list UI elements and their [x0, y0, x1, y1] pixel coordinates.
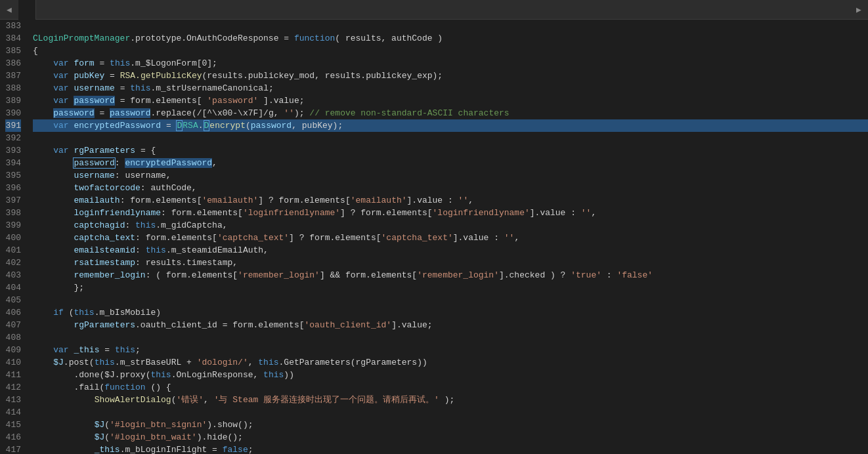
code-line — [33, 20, 868, 32]
code-line: ShowAlertDialog('错误', '与 Steam 服务器连接时出现了… — [33, 394, 868, 406]
code-line: $J('#login_btn_signin').show(); — [33, 419, 868, 431]
line-number: 388 — [5, 82, 21, 94]
line-number: 394 — [5, 157, 21, 169]
code-line: password = password.replace(/[^\x00-\x7F… — [33, 107, 868, 119]
line-numbers: 3833843853863873883893903913923933943953… — [0, 20, 28, 454]
line-number: 410 — [5, 356, 21, 369]
forward-button[interactable]: ▶ — [850, 0, 868, 20]
code-line: var encryptedPassword = DRSA.Dencrypt(pa… — [33, 119, 868, 132]
code-line: if (this.m_bIsMobile) — [33, 306, 868, 319]
code-line: $J.post(this.m_strBaseURL + 'dologin/', … — [33, 356, 868, 369]
code-line: var rgParameters = { — [33, 144, 868, 157]
line-number: 407 — [5, 319, 21, 331]
code-line — [33, 294, 868, 306]
line-number: 416 — [5, 431, 21, 444]
line-number: 385 — [5, 45, 21, 57]
line-number: 411 — [5, 369, 21, 381]
code-line: twofactorcode: authCode, — [33, 182, 868, 194]
line-number: 398 — [5, 207, 21, 219]
line-number: 387 — [5, 70, 21, 82]
line-number: 409 — [5, 344, 21, 356]
tab-item[interactable] — [18, 0, 36, 20]
code-line: var form = this.m_$LogonForm[0]; — [33, 57, 868, 70]
code-line: { — [33, 45, 868, 57]
editor-container: 3833843853863873883893903913923933943953… — [0, 20, 868, 454]
code-line: var password = form.elements[ 'password'… — [33, 94, 868, 107]
code-line: var pubKey = RSA.getPublicKey(results.pu… — [33, 70, 868, 82]
code-line: CLoginPromptManager.prototype.OnAuthCode… — [33, 32, 868, 45]
line-number: 417 — [5, 444, 21, 454]
line-number: 402 — [5, 257, 21, 269]
line-number: 391 — [5, 119, 21, 132]
line-number: 413 — [5, 394, 21, 406]
code-line: $J('#login_btn_wait').hide(); — [33, 431, 868, 444]
code-line: captchagid: this.m_gidCaptcha, — [33, 219, 868, 232]
line-number: 393 — [5, 144, 21, 157]
tab-bar: ◀ ▶ — [0, 0, 868, 20]
code-line — [33, 132, 868, 144]
line-number: 397 — [5, 194, 21, 207]
code-line: loginfriendlyname: form.elements['loginf… — [33, 207, 868, 219]
code-line: username: username, — [33, 169, 868, 182]
code-line — [33, 406, 868, 419]
line-number: 383 — [5, 20, 21, 32]
code-line: emailsteamid: this.m_steamidEmailAuth, — [33, 244, 868, 257]
line-number: 396 — [5, 182, 21, 194]
code-line: captcha_text: form.elements['captcha_tex… — [33, 232, 868, 244]
code-line: emailauth: form.elements['emailauth'] ? … — [33, 194, 868, 207]
code-line: rgParameters.oauth_client_id = form.elem… — [33, 319, 868, 331]
code-line: var _this = this; — [33, 344, 868, 356]
line-number: 386 — [5, 57, 21, 70]
line-number: 414 — [5, 406, 21, 419]
line-number: 403 — [5, 269, 21, 281]
line-number: 401 — [5, 244, 21, 257]
code-line: }; — [33, 281, 868, 294]
line-number: 384 — [5, 32, 21, 45]
line-number: 408 — [5, 331, 21, 344]
line-number: 392 — [5, 132, 21, 144]
line-number: 389 — [5, 94, 21, 107]
line-number: 390 — [5, 107, 21, 119]
line-number: 405 — [5, 294, 21, 306]
line-number: 395 — [5, 169, 21, 182]
line-number: 415 — [5, 419, 21, 431]
code-line: rsatimestamp: results.timestamp, — [33, 257, 868, 269]
code-line: var username = this.m_strUsernameCanonic… — [33, 82, 868, 94]
code-line: .fail(function () { — [33, 381, 868, 394]
code-line — [33, 331, 868, 344]
line-number: 400 — [5, 232, 21, 244]
line-number: 406 — [5, 306, 21, 319]
code-line: _this.m_bLoginInFlight = false; — [33, 444, 868, 454]
code-line: .done($J.proxy(this.OnLoginResponse, thi… — [33, 369, 868, 381]
line-number: 412 — [5, 381, 21, 394]
line-number: 404 — [5, 281, 21, 294]
code-line: remember_login: ( form.elements['remembe… — [33, 269, 868, 281]
line-number: 399 — [5, 219, 21, 232]
code-line: password: encryptedPassword, — [33, 157, 868, 169]
back-button[interactable]: ◀ — [0, 0, 18, 20]
code-area[interactable]: CLoginPromptManager.prototype.OnAuthCode… — [28, 20, 868, 454]
